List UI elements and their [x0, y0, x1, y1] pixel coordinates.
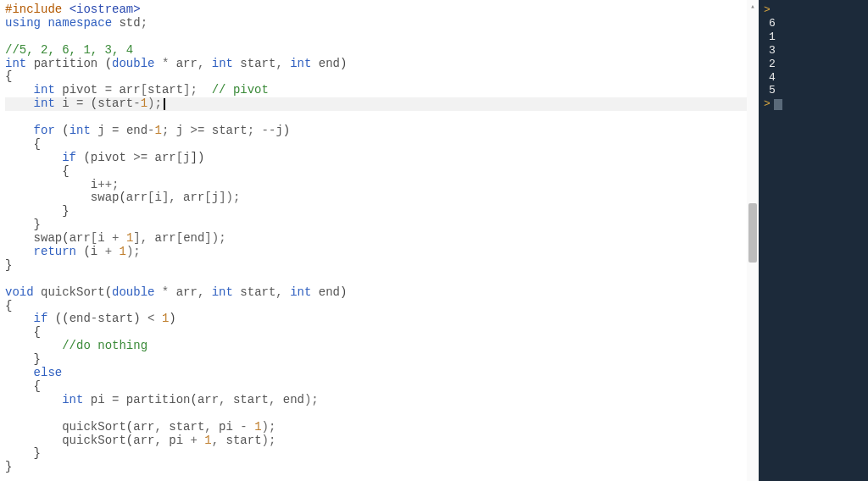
code-token: int [212, 57, 233, 70]
code-line[interactable]: { [5, 165, 754, 179]
terminal-cursor [774, 99, 782, 110]
code-line[interactable]: { [5, 300, 754, 313]
code-token: -- [262, 124, 276, 137]
terminal-output-value: 1 [769, 30, 776, 43]
code-token: [ [176, 151, 183, 164]
code-line[interactable]: { [5, 326, 754, 340]
code-token: start [226, 434, 262, 447]
code-line[interactable]: int partition (double * arr, int start, … [5, 58, 754, 71]
code-token: = [105, 83, 120, 97]
code-token: ]) [191, 151, 205, 164]
code-token: swap [91, 191, 120, 204]
code-token: i [55, 97, 76, 110]
code-token: int [5, 57, 26, 70]
code-line[interactable]: { [5, 70, 754, 84]
code-token: 1 [204, 434, 211, 447]
terminal-line: 2 [764, 58, 863, 71]
code-token: } [5, 204, 70, 218]
code-token: arr [155, 231, 176, 245]
code-line[interactable]: using namespace std; [5, 17, 754, 30]
code-line[interactable]: swap(arr[i + 1], arr[end]); [5, 232, 754, 246]
code-token: [ [176, 231, 183, 245]
code-token: #include [5, 3, 62, 16]
code-token: ( [91, 97, 97, 110]
code-line[interactable]: int i = (start-1); [5, 97, 754, 111]
code-line[interactable]: int pi = partition(arr, start, end); [5, 394, 754, 407]
code-token: [ [204, 191, 211, 204]
code-token: arr [119, 83, 140, 97]
code-token: namespace [47, 16, 112, 30]
code-token: int [34, 83, 55, 97]
code-token [5, 420, 62, 434]
code-line[interactable]: quickSort(arr, pi + 1, start); [5, 434, 754, 448]
code-line[interactable]: for (int j = end-1; j >= start; --j) [5, 124, 754, 138]
code-line[interactable]: return (i + 1); [5, 246, 754, 259]
code-token: , [275, 57, 290, 70]
code-line[interactable]: i++; [5, 179, 754, 192]
code-token: j [212, 191, 219, 204]
code-token: pivot [55, 83, 105, 97]
code-line[interactable]: } [5, 447, 754, 461]
code-line[interactable]: //5, 2, 6, 1, 3, 4 [5, 44, 754, 58]
code-line[interactable]: } [5, 353, 754, 367]
code-line[interactable]: } [5, 218, 754, 232]
code-token: double [112, 57, 154, 70]
code-token: quickSort [62, 434, 126, 447]
terminal-prompt-icon: > [764, 97, 771, 110]
code-token: i [97, 231, 112, 245]
code-token: end [311, 285, 340, 299]
code-token [5, 110, 12, 124]
code-token: //do nothing [62, 339, 147, 352]
code-editor-pane[interactable]: #include <iostream>using namespace std; … [0, 0, 759, 481]
terminal-output-pane[interactable]: >613245> [759, 0, 868, 481]
code-token: ], [162, 191, 183, 204]
code-token: , [198, 57, 212, 70]
code-token: j [176, 124, 191, 137]
code-token: j [275, 124, 282, 137]
code-token: ( [55, 124, 70, 137]
code-token: arr [176, 57, 198, 70]
code-token: { [5, 379, 41, 393]
code-token: partition [34, 57, 98, 70]
code-token: } [5, 218, 41, 231]
scroll-up-arrow-icon[interactable]: ▴ [747, 0, 759, 12]
code-line[interactable]: quickSort(arr, start, pi - 1); [5, 421, 754, 434]
code-token: , [212, 434, 226, 447]
vertical-scrollbar[interactable]: ▴ [747, 0, 759, 481]
code-line[interactable]: swap(arr[i], arr[j]); [5, 191, 754, 205]
code-line[interactable] [5, 407, 754, 421]
code-token: (( [47, 312, 69, 325]
code-token: arr [176, 285, 198, 299]
code-token: using [5, 16, 41, 30]
code-token: ]; [183, 83, 212, 97]
code-token: j [91, 124, 112, 137]
code-line[interactable]: //do nothing [5, 340, 754, 353]
code-token: ( [62, 231, 69, 245]
scrollbar-thumb[interactable] [748, 203, 757, 263]
code-token [5, 97, 34, 110]
code-line[interactable]: { [5, 380, 754, 394]
terminal-line: 3 [764, 44, 863, 58]
code-line[interactable]: } [5, 461, 754, 474]
code-token: 1 [119, 245, 125, 258]
code-token: , [154, 434, 169, 447]
code-line[interactable]: int pivot = arr[start]; // pivot [5, 84, 754, 97]
code-token: j [183, 151, 190, 164]
code-line[interactable]: void quickSort(double * arr, int start, … [5, 286, 754, 300]
code-token: ]); [204, 231, 225, 245]
code-editor-text-area[interactable]: #include <iostream>using namespace std; … [0, 0, 759, 481]
code-line[interactable] [5, 273, 754, 286]
code-line[interactable]: } [5, 259, 754, 273]
code-token: ) [340, 57, 347, 70]
code-line[interactable]: else [5, 367, 754, 380]
code-token [26, 57, 33, 70]
code-line[interactable]: if (pivot >= arr[j]) [5, 152, 754, 165]
code-token [5, 339, 62, 352]
code-line[interactable] [5, 30, 754, 44]
code-line[interactable]: { [5, 138, 754, 152]
code-line[interactable]: if ((end-start) < 1) [5, 312, 754, 326]
code-line[interactable]: #include <iostream> [5, 3, 754, 17]
code-line[interactable]: } [5, 205, 754, 218]
code-token: start [147, 83, 183, 97]
code-line[interactable] [5, 111, 754, 124]
